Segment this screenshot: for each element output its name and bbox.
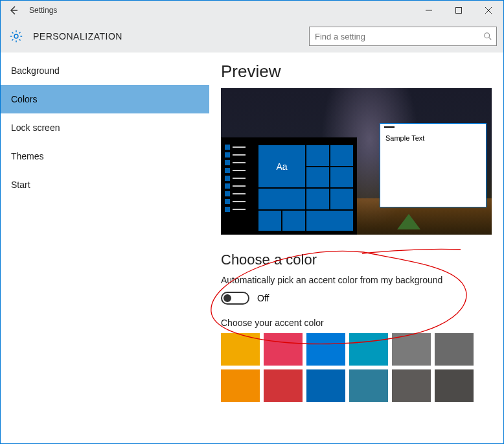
accent-swatch[interactable] xyxy=(264,369,303,402)
preview-tile-aa: Aa xyxy=(258,145,305,187)
back-button[interactable] xyxy=(1,5,27,16)
choose-color-heading: Choose a color xyxy=(221,251,492,268)
sidebar: BackgroundColorsLock screenThemesStart xyxy=(1,53,209,443)
sidebar-item-colors[interactable]: Colors xyxy=(1,85,209,113)
accent-swatch[interactable] xyxy=(306,369,345,402)
sidebar-item-lock-screen[interactable]: Lock screen xyxy=(1,113,209,142)
sidebar-item-themes[interactable]: Themes xyxy=(1,142,209,170)
accent-swatch[interactable] xyxy=(264,333,303,366)
arrow-left-icon xyxy=(8,5,19,16)
window-title: Settings xyxy=(27,6,57,15)
minimize-icon xyxy=(426,7,432,14)
preview-image: Aa Sample Text xyxy=(221,88,492,235)
toggle-switch[interactable] xyxy=(221,292,249,305)
accent-swatch[interactable] xyxy=(349,369,388,402)
search-box[interactable] xyxy=(309,27,497,46)
accent-swatch[interactable] xyxy=(349,333,388,366)
accent-swatch[interactable] xyxy=(392,333,431,366)
accent-swatch[interactable] xyxy=(221,333,260,366)
close-button[interactable] xyxy=(474,1,503,20)
maximize-icon xyxy=(455,7,462,14)
page-category-title: PERSONALIZATION xyxy=(33,31,309,41)
search-icon xyxy=(483,32,492,41)
preview-heading: Preview xyxy=(221,62,492,82)
sample-window-text: Sample Text xyxy=(380,130,486,146)
accent-color-grid xyxy=(221,333,492,402)
svg-point-2 xyxy=(485,33,490,38)
accent-swatch[interactable] xyxy=(435,369,474,402)
minimize-button[interactable] xyxy=(414,1,444,20)
accent-swatch[interactable] xyxy=(435,333,474,366)
accent-swatch[interactable] xyxy=(392,369,431,402)
search-input[interactable] xyxy=(315,32,483,41)
svg-point-1 xyxy=(14,34,18,38)
sidebar-item-background[interactable]: Background xyxy=(1,56,209,85)
accent-color-label: Choose your accent color xyxy=(221,318,492,328)
sidebar-item-start[interactable]: Start xyxy=(1,170,209,199)
content-area: Preview Aa Sample Te xyxy=(209,53,503,443)
maximize-button[interactable] xyxy=(444,1,474,20)
sample-window-preview: Sample Text xyxy=(380,123,487,207)
accent-swatch[interactable] xyxy=(221,369,260,402)
accent-swatch[interactable] xyxy=(306,333,345,366)
settings-gear-icon xyxy=(8,29,24,44)
close-icon xyxy=(485,7,492,14)
auto-pick-toggle[interactable]: Off xyxy=(221,292,492,305)
svg-rect-0 xyxy=(456,8,462,14)
auto-pick-label: Automatically pick an accent color from … xyxy=(221,275,492,285)
start-menu-preview: Aa xyxy=(221,137,357,235)
toggle-state-label: Off xyxy=(257,293,269,303)
